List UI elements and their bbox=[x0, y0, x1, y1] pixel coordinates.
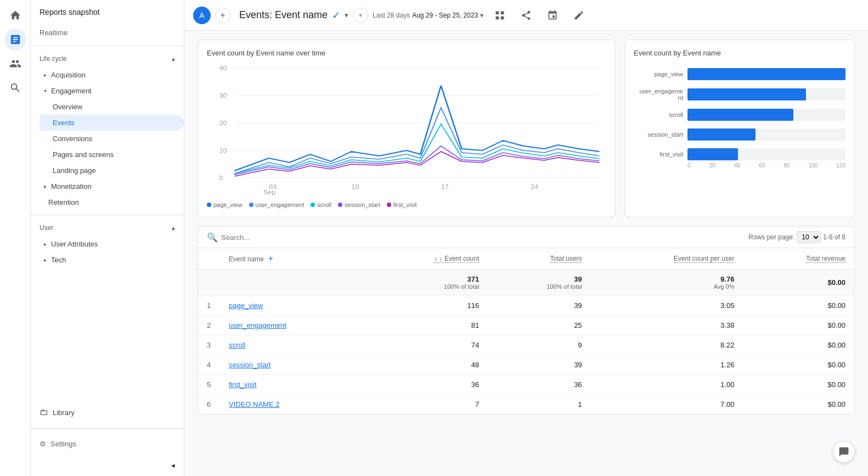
col-total-users-label[interactable]: Total users bbox=[550, 255, 582, 263]
event-link-5[interactable]: first_visit bbox=[229, 380, 257, 389]
event-link-3[interactable]: scroll bbox=[229, 341, 245, 349]
event-name-6: VIDEO NAME 2 bbox=[220, 395, 366, 415]
sidebar-item-events[interactable]: Events bbox=[40, 115, 184, 131]
share-btn[interactable] bbox=[516, 5, 536, 25]
analytics-icon[interactable] bbox=[4, 29, 26, 51]
sidebar-item-conversions[interactable]: Conversions bbox=[40, 131, 184, 147]
table-toolbar: 🔍 Rows per page: 10 25 50 1-8 of 8 bbox=[198, 227, 854, 248]
bar-label-first-visit: first_visit bbox=[634, 151, 683, 158]
sidebar-item-user-attributes[interactable]: ▸ User Attributes bbox=[35, 236, 184, 252]
event-link-6[interactable]: VIDEO NAME 2 bbox=[229, 400, 279, 408]
settings-icon: ⚙ bbox=[40, 440, 46, 448]
sidebar-library[interactable]: 🗀 Library bbox=[31, 401, 184, 424]
audience-icon[interactable] bbox=[4, 53, 26, 75]
col-revenue-label[interactable]: Total revenue bbox=[806, 255, 846, 263]
col-per-user-label[interactable]: Event count per user bbox=[674, 255, 735, 263]
search-input[interactable] bbox=[221, 233, 744, 242]
users-2: 25 bbox=[488, 316, 590, 335]
count-4: 48 bbox=[366, 355, 488, 375]
user-items: ▸ User Attributes ▸ Tech bbox=[31, 236, 184, 268]
rank-2: 2 bbox=[198, 316, 220, 335]
sidebar-settings[interactable]: ⚙ Settings bbox=[31, 433, 184, 455]
table-row: 4 session_start 48 39 1.26 $0.00 bbox=[198, 355, 854, 375]
bar-row-first-visit: first_visit bbox=[634, 148, 846, 160]
user-section: User ▴ ▸ User Attributes ▸ Tech bbox=[31, 220, 184, 268]
search-icon: 🔍 bbox=[207, 232, 218, 243]
line-chart-legend: page_view user_engagement scroll session… bbox=[207, 201, 606, 208]
sidebar-header: Reports snapshot bbox=[31, 0, 184, 24]
line-chart-card: Event count by Event name over time 40 3… bbox=[198, 40, 616, 217]
svg-text:24: 24 bbox=[531, 184, 538, 190]
event-link-2[interactable]: user_engagement bbox=[229, 321, 286, 329]
date-value: Aug 29 - Sep 25, 2023 bbox=[412, 12, 478, 19]
search-nav-icon[interactable] bbox=[4, 77, 26, 99]
bar-row-scroll: scroll bbox=[634, 109, 846, 121]
bar-chart-card: Event count by Event name page_view user… bbox=[624, 40, 855, 217]
bar-chart-body: page_view user_engagement sc bbox=[634, 64, 846, 173]
bar-row-page-view: page_view bbox=[634, 68, 846, 80]
add-dimension-btn[interactable]: + bbox=[266, 254, 275, 264]
bar-fill-user-engagement bbox=[687, 88, 806, 100]
table-body: 371 100% of total 39 100% of total 9.76 … bbox=[198, 270, 854, 415]
lifecycle-header[interactable]: Life cycle ▴ bbox=[31, 51, 184, 67]
chat-bubble-btn[interactable] bbox=[833, 441, 855, 463]
sidebar-item-tech[interactable]: ▸ Tech bbox=[35, 252, 184, 268]
edit-btn[interactable] bbox=[569, 5, 589, 25]
user-attr-chevron: ▸ bbox=[44, 241, 47, 247]
count-6: 7 bbox=[366, 395, 488, 415]
lifecycle-collapse-icon: ▴ bbox=[172, 55, 175, 63]
charts-row: Event count by Event name over time 40 3… bbox=[198, 40, 855, 217]
sidebar-item-acquisition[interactable]: ▸ Acquisition bbox=[35, 67, 184, 83]
legend-dot-page-view bbox=[207, 203, 211, 207]
sidebar-item-retention[interactable]: Retention bbox=[35, 194, 184, 210]
date-range-selector[interactable]: Last 28 days Aug 29 - Sep 25, 2023 ▾ bbox=[373, 12, 483, 19]
pin-btn[interactable] bbox=[543, 5, 562, 25]
legend-dot-first-visit bbox=[387, 203, 391, 207]
user-section-header[interactable]: User ▴ bbox=[31, 220, 184, 236]
event-name-4: session_start bbox=[220, 355, 366, 375]
col-event-count-per-user[interactable]: Event count per user bbox=[591, 248, 743, 270]
pagination-label: 1-8 of 8 bbox=[823, 233, 846, 241]
rows-per-page-select[interactable]: 10 25 50 bbox=[797, 231, 821, 243]
sort-arrow-icon: ↓ bbox=[434, 255, 439, 262]
main-area: A + Events: Event name ✓ ▾ + Last 28 day… bbox=[184, 0, 868, 476]
event-link-1[interactable]: page_view bbox=[229, 301, 263, 310]
svg-text:10: 10 bbox=[219, 148, 227, 154]
users-1: 39 bbox=[488, 296, 590, 316]
home-icon[interactable] bbox=[4, 4, 26, 26]
sidebar-item-landing-page[interactable]: Landing page bbox=[40, 163, 184, 178]
rank-4: 4 bbox=[198, 355, 220, 375]
line-chart-svg: 40 30 20 10 0 03 Sep 10 17 24 bbox=[207, 64, 606, 195]
event-name-2: user_engagement bbox=[220, 316, 366, 335]
sidebar-item-monetization[interactable]: ▸ Monetization bbox=[35, 178, 184, 194]
svg-text:40: 40 bbox=[219, 65, 227, 71]
sidebar-item-overview[interactable]: Overview bbox=[40, 99, 184, 115]
sidebar-item-pages-screens[interactable]: Pages and screens bbox=[40, 147, 184, 163]
per-user-1: 3.05 bbox=[591, 296, 743, 316]
divider-3 bbox=[31, 428, 184, 429]
bar-row-session-start: session_start bbox=[634, 128, 846, 141]
sidebar-collapse-btn[interactable]: ◂ bbox=[31, 455, 184, 476]
revenue-4: $0.00 bbox=[743, 355, 854, 375]
revenue-2: $0.00 bbox=[743, 316, 854, 335]
users-4: 39 bbox=[488, 355, 590, 375]
rank-6: 6 bbox=[198, 395, 220, 415]
col-event-count[interactable]: ↓ ↓ Event count bbox=[366, 248, 488, 270]
users-5: 36 bbox=[488, 375, 590, 395]
add-tab-btn[interactable]: + bbox=[215, 8, 230, 23]
col-total-revenue[interactable]: Total revenue bbox=[743, 248, 854, 270]
topbar-right: Last 28 days Aug 29 - Sep 25, 2023 ▾ bbox=[373, 5, 589, 25]
col-event-count-label[interactable]: ↓ ↓ Event count bbox=[434, 255, 479, 263]
title-chevron-icon[interactable]: ▾ bbox=[345, 11, 348, 19]
user-avatar[interactable]: A bbox=[193, 7, 211, 24]
tech-chevron: ▸ bbox=[44, 257, 47, 263]
legend-dot-scroll bbox=[311, 203, 315, 207]
topbar-plus-btn[interactable]: + bbox=[353, 8, 368, 23]
sidebar-item-engagement-expand[interactable]: ▾ Engagement bbox=[35, 83, 184, 99]
bar-fill-scroll bbox=[687, 109, 793, 121]
col-total-users[interactable]: Total users bbox=[488, 248, 590, 270]
svg-text:0: 0 bbox=[219, 175, 223, 181]
event-link-4[interactable]: session_start bbox=[229, 361, 271, 369]
sidebar-realtime[interactable]: Realtime bbox=[31, 24, 184, 41]
table-view-btn[interactable] bbox=[490, 5, 510, 25]
